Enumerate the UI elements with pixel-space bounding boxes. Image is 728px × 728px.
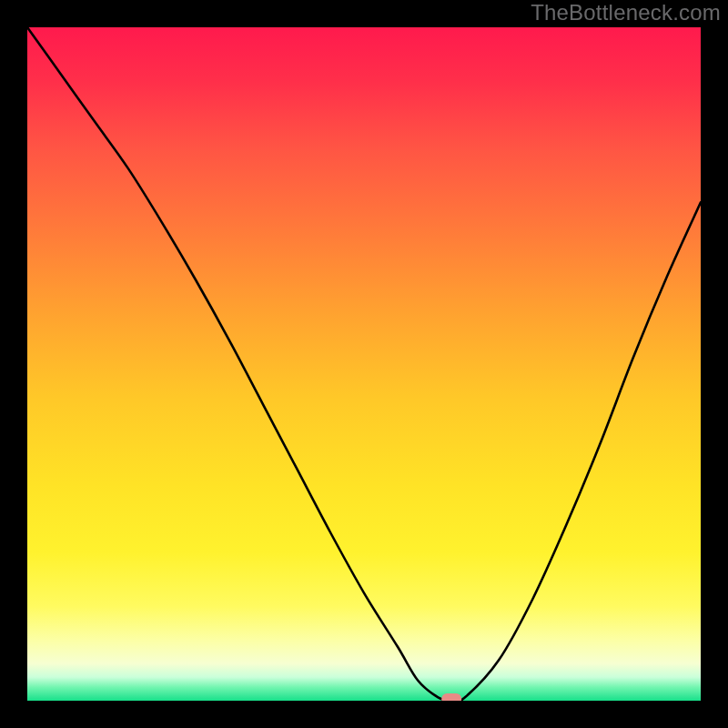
watermark-text: TheBottleneck.com	[531, 0, 721, 25]
bottleneck-chart-svg	[27, 27, 701, 701]
gradient-background	[27, 27, 701, 701]
chart-container: TheBottleneck.com	[0, 0, 728, 728]
bottleneck-marker	[441, 693, 461, 701]
plot-area	[27, 27, 701, 701]
